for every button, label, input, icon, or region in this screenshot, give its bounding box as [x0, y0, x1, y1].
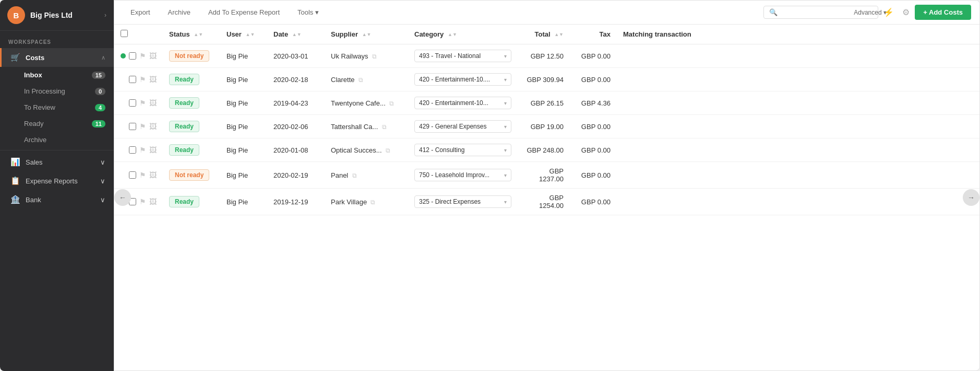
row-controls-cell: ⚑🖼 [114, 162, 163, 189]
category-value: 412 - Consulting [419, 146, 464, 154]
row-matching [617, 44, 979, 68]
row-category[interactable]: 325 - Direct Expenses▾ [408, 189, 518, 215]
sidebar-item-in-processing[interactable]: In Processing 0 [0, 83, 114, 99]
header-total[interactable]: Total ▲▼ [518, 25, 570, 44]
table-row: ⚑🖼ReadyBig Pie2019-04-23Twentyone Cafe..… [114, 91, 979, 115]
row-supplier: Optical Succes... ⧉ [325, 138, 408, 162]
expense-reports-label: Expense Reports [26, 177, 100, 185]
header-category[interactable]: Category ▲▼ [408, 25, 518, 44]
row-flag-icon[interactable]: ⚑ [139, 122, 146, 131]
row-matching [617, 68, 979, 91]
row-checkbox[interactable] [129, 52, 136, 60]
costs-sub-menu: Inbox 15 In Processing 0 To Review 4 Rea… [0, 67, 114, 148]
row-flag-icon[interactable]: ⚑ [139, 198, 146, 206]
costs-arrow-icon: ∧ [101, 54, 105, 61]
archive-button[interactable]: Archive [160, 5, 198, 20]
row-supplier: Park Village ⧉ [325, 189, 408, 215]
row-user: Big Pie [220, 91, 267, 115]
row-tax: GBP 0.00 [570, 68, 617, 91]
row-receipt-icon[interactable]: 🖼 [149, 99, 157, 107]
add-costs-button[interactable]: + Add Costs [915, 5, 971, 20]
header-user[interactable]: User ▲▼ [220, 25, 267, 44]
chevron-right-icon: › [104, 11, 106, 19]
nav-arrow-right[interactable]: → [963, 189, 979, 206]
status-sort-icon: ▲▼ [194, 33, 203, 36]
row-checkbox[interactable] [129, 146, 136, 154]
header-matching: Matching transaction [617, 25, 979, 44]
row-checkbox[interactable] [129, 99, 136, 107]
row-receipt-icon[interactable]: 🖼 [149, 171, 157, 179]
sidebar-item-ready[interactable]: Ready 11 [0, 115, 114, 132]
table-row: ⚑🖼ReadyBig Pie2020-01-08Optical Succes..… [114, 138, 979, 162]
header-supplier[interactable]: Supplier ▲▼ [325, 25, 408, 44]
category-select[interactable]: 325 - Direct Expenses▾ [414, 195, 511, 208]
search-box[interactable]: 🔍 Advanced ▾ [763, 6, 878, 19]
category-value: 493 - Travel - National [419, 52, 481, 60]
category-sort-icon: ▲▼ [448, 33, 457, 36]
row-total: GBP 248.00 [518, 138, 570, 162]
sidebar-item-inbox[interactable]: Inbox 15 [0, 67, 114, 83]
category-select[interactable]: 750 - Leasehold Improv...▾ [414, 169, 511, 181]
sidebar-item-archive[interactable]: Archive [0, 132, 114, 148]
sidebar: B Big Pies Ltd › WORKSPACES 🛒 Costs ∧ In… [0, 0, 114, 371]
settings-icon[interactable]: ⚙ [899, 5, 913, 19]
table-header-row: Status ▲▼ User ▲▼ Date ▲▼ Supplier ▲▼ Ca… [114, 25, 979, 44]
select-all-checkbox[interactable] [121, 30, 128, 37]
row-checkbox[interactable] [129, 76, 136, 83]
category-select[interactable]: 493 - Travel - National▾ [414, 50, 511, 62]
company-header[interactable]: B Big Pies Ltd › [0, 0, 114, 31]
add-to-expense-button[interactable]: Add To Expense Report [200, 5, 288, 20]
tools-dropdown[interactable]: Tools ▾ [290, 5, 327, 20]
row-matching [617, 115, 979, 138]
row-receipt-icon[interactable]: 🖼 [149, 75, 157, 84]
row-controls-cell: ⚑🖼 [114, 68, 163, 91]
category-value: 325 - Direct Expenses [419, 198, 481, 205]
sidebar-item-bank[interactable]: 🏦 Bank ∨ [0, 190, 114, 209]
header-date[interactable]: Date ▲▼ [267, 25, 325, 44]
sidebar-item-to-review[interactable]: To Review 4 [0, 99, 114, 115]
row-date: 2020-02-18 [267, 68, 325, 91]
sidebar-item-costs[interactable]: 🛒 Costs ∧ [0, 48, 114, 67]
row-receipt-icon[interactable]: 🖼 [149, 52, 157, 60]
row-receipt-icon[interactable]: 🖼 [149, 198, 157, 206]
row-category[interactable]: 750 - Leasehold Improv...▾ [408, 162, 518, 189]
row-total: GBP 12.50 [518, 44, 570, 68]
nav-arrow-left[interactable]: ← [114, 189, 131, 206]
row-category[interactable]: 429 - General Expenses▾ [408, 115, 518, 138]
filter-icon[interactable]: ⚡ [880, 5, 897, 19]
row-flag-icon[interactable]: ⚑ [139, 171, 146, 179]
row-checkbox[interactable] [129, 171, 136, 179]
row-category[interactable]: 493 - Travel - National▾ [408, 44, 518, 68]
search-input[interactable] [781, 8, 854, 16]
row-category[interactable]: 412 - Consulting▾ [408, 138, 518, 162]
row-receipt-icon[interactable]: 🖼 [149, 146, 157, 154]
row-flag-icon[interactable]: ⚑ [139, 75, 146, 84]
row-status: Ready [163, 68, 220, 91]
expense-reports-icon: 📋 [10, 176, 20, 186]
costs-icon: 🛒 [10, 53, 20, 62]
header-status[interactable]: Status ▲▼ [163, 25, 220, 44]
row-flag-icon[interactable]: ⚑ [139, 146, 146, 154]
row-category[interactable]: 420 - Entertainment-10...▾ [408, 91, 518, 115]
row-date: 2019-12-19 [267, 189, 325, 215]
row-flag-icon[interactable]: ⚑ [139, 99, 146, 107]
table-row: ⚑🖼ReadyBig Pie2019-12-19Park Village ⧉32… [114, 189, 979, 215]
sidebar-item-sales[interactable]: 📊 Sales ∨ [0, 153, 114, 171]
category-select[interactable]: 420 - Entertainment-10...▾ [414, 97, 511, 109]
sidebar-item-expense-reports[interactable]: 📋 Expense Reports ∨ [0, 171, 114, 190]
row-checkbox[interactable] [129, 123, 136, 130]
export-button[interactable]: Export [123, 5, 158, 20]
row-total: GBP 1237.00 [518, 162, 570, 189]
status-dot [121, 77, 126, 82]
row-status: Ready [163, 115, 220, 138]
category-caret-icon: ▾ [504, 199, 507, 205]
row-flag-icon[interactable]: ⚑ [139, 52, 146, 60]
category-select[interactable]: 420 - Entertainment-10....▾ [414, 73, 511, 86]
category-select[interactable]: 429 - General Expenses▾ [414, 120, 511, 133]
category-value: 750 - Leasehold Improv... [419, 171, 489, 179]
row-category[interactable]: 420 - Entertainment-10....▾ [408, 68, 518, 91]
category-select[interactable]: 412 - Consulting▾ [414, 144, 511, 156]
status-badge: Not ready [169, 50, 209, 62]
toolbar: Export Archive Add To Expense Report Too… [114, 1, 979, 25]
row-receipt-icon[interactable]: 🖼 [149, 122, 157, 131]
